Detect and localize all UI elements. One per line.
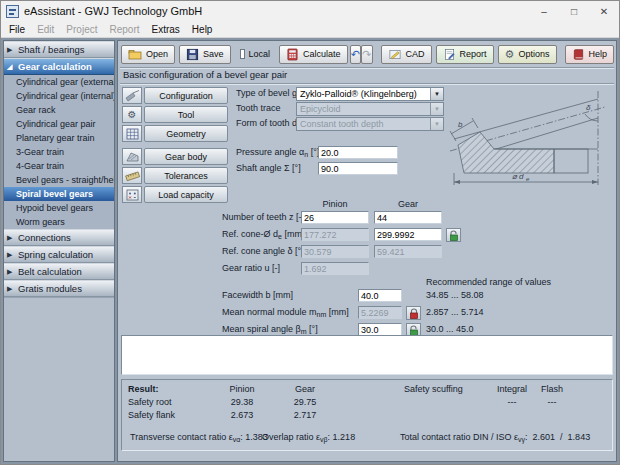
section-label: Shaft / bearings — [18, 44, 85, 55]
diagram-dim-de-sub: e — [526, 176, 530, 182]
cone-angle-gear-input — [374, 245, 442, 258]
cone-diameter-gear-input[interactable] — [374, 228, 442, 241]
sidebar-section-connections[interactable]: ▶ Connections — [4, 229, 114, 246]
lock-open-icon — [449, 230, 459, 241]
sidebar-item-hypoid-bevel-gears[interactable]: Hypoid bevel gears — [4, 201, 114, 215]
teeth-pinion-input[interactable] — [301, 211, 369, 224]
sidebar-item-4-gear-train[interactable]: 4-Gear train — [4, 159, 114, 173]
sidebar-section-shaft-bearings[interactable]: ▶ Shaft / bearings — [4, 41, 114, 58]
module-lock-button[interactable] — [406, 306, 421, 320]
app-icon — [6, 5, 19, 18]
tolerances-button[interactable]: Tolerances — [144, 167, 228, 184]
safety-root-label: Safety root — [128, 397, 172, 407]
local-checkbox[interactable] — [240, 49, 245, 59]
menu-file[interactable]: File — [3, 23, 31, 36]
options-button[interactable]: ⚙ Options — [498, 45, 557, 64]
configuration-button[interactable]: Configuration — [144, 87, 228, 104]
calculate-button[interactable]: Calculate — [279, 45, 348, 64]
sidebar-section-belt-calculation[interactable]: ▶ Belt calculation — [4, 263, 114, 280]
section-label: Spring calculation — [18, 249, 93, 260]
lock-closed-icon — [409, 308, 419, 319]
section-label: Gear calculation — [18, 61, 92, 72]
chevron-right-icon: ▶ — [7, 251, 15, 259]
open-button[interactable]: Open — [121, 45, 175, 64]
cad-icon — [388, 48, 402, 61]
lock-open-icon — [409, 325, 419, 336]
pinion-column-header: Pinion — [301, 199, 369, 209]
safety-root-gear: 29.75 — [280, 397, 330, 407]
close-icon: ✕ — [600, 6, 608, 17]
mean-normal-module-label: Mean normal module mnm [mm] — [222, 307, 349, 318]
tool-button[interactable]: Tool — [144, 106, 228, 123]
menu-extras[interactable]: Extras — [146, 23, 186, 36]
sidebar-item-3-gear-train[interactable]: 3-Gear train — [4, 145, 114, 159]
menubar: File Edit Project Report Extras Help — [1, 21, 619, 38]
diagram-dim-de: ⌀ d — [512, 172, 524, 181]
safety-root-pinion: 29.38 — [217, 397, 267, 407]
total-contact-ratio: Total contact ratio DIN / ISO εvγ: 2.601… — [400, 432, 590, 443]
spiral-angle-range: 30.0 ... 45.0 — [426, 324, 474, 334]
redo-icon: ↷ — [362, 48, 371, 61]
result-col-integral: Integral — [492, 384, 532, 394]
sidebar-section-spring-calculation[interactable]: ▶ Spring calculation — [4, 246, 114, 263]
geometry-button[interactable]: Geometry — [144, 125, 228, 142]
shaft-angle-label: Shaft angle Σ [°] — [236, 163, 301, 173]
undo-button[interactable]: ↶ — [350, 45, 361, 64]
bevel-gear-diagram: b δ ⌀ d e — [444, 85, 612, 191]
sidebar-item-cylindrical-gear-internal[interactable]: Cylindrical gear (internal) — [4, 89, 114, 103]
result-panel: Result: Pinion Gear Safety scuffing Inte… — [121, 379, 613, 451]
facewidth-input[interactable] — [358, 289, 402, 302]
shaft-angle-input[interactable] — [318, 162, 398, 175]
help-button[interactable]: Help — [565, 45, 615, 64]
sidebar-item-bevel-gears-straight-helical[interactable]: Bevel gears - straight/helical — [4, 173, 114, 187]
result-col-scuffing: Safety scuffing — [404, 384, 463, 394]
report-button[interactable]: Report — [436, 45, 494, 64]
window-title: eAssistant - GWJ Technology GmbH — [24, 5, 529, 17]
tooth-trace-select: Epicycloid ▼ — [296, 102, 444, 116]
configuration-icon — [122, 87, 142, 104]
number-of-teeth-label: Number of teeth z [-] — [222, 212, 304, 222]
help-book-icon — [572, 48, 585, 61]
cone-diameter-lock-button[interactable] — [446, 228, 461, 242]
mean-spiral-angle-label: Mean spiral angle βm [°] — [222, 324, 318, 335]
sidebar-item-gear-rack[interactable]: Gear rack — [4, 103, 114, 117]
maximize-button[interactable]: □ — [559, 1, 589, 21]
safety-root-integral: --- — [492, 397, 532, 407]
minimize-button[interactable]: – — [529, 1, 559, 21]
facewidth-label: Facewidth b [mm] — [222, 290, 293, 300]
cone-diameter-pinion-input — [301, 228, 369, 241]
result-col-flash: Flash — [534, 384, 570, 394]
sidebar-item-cylindrical-gear-external[interactable]: Cylindrical gear (external) — [4, 75, 114, 89]
main-panel: Open Save Local Calculate ↶ ↷ — [117, 40, 617, 462]
cad-button[interactable]: CAD — [381, 45, 432, 64]
menu-help[interactable]: Help — [186, 23, 219, 36]
menu-edit: Edit — [31, 23, 60, 36]
sidebar-empty-area — [4, 297, 114, 461]
cone-angle-pinion-input — [301, 245, 369, 258]
toolbar: Open Save Local Calculate ↶ ↷ — [121, 43, 614, 65]
sidebar-section-gear-calculation[interactable]: ◢ Gear calculation — [4, 58, 114, 75]
close-button[interactable]: ✕ — [589, 1, 619, 21]
load-capacity-button[interactable]: Load capacity — [144, 186, 228, 203]
tool-icon: ⚙ — [122, 106, 142, 123]
save-button[interactable]: Save — [179, 45, 231, 64]
maximize-icon: □ — [571, 6, 577, 17]
gear-ratio-input — [301, 262, 369, 275]
gear-body-button[interactable]: Gear body — [144, 148, 228, 165]
safety-flank-gear: 2.717 — [280, 410, 330, 420]
calculator-icon — [286, 48, 299, 61]
sidebar-item-planetary-gear-train[interactable]: Planetary gear train — [4, 131, 114, 145]
type-of-bevel-gear-select[interactable]: Zyklo-Palloid® (Klingelnberg) ▼ — [296, 87, 444, 101]
sidebar-item-cylindrical-gear-pair[interactable]: Cylindrical gear pair — [4, 117, 114, 131]
safety-flank-pinion: 2.673 — [217, 410, 267, 420]
app-body: ▶ Shaft / bearings ◢ Gear calculation Cy… — [1, 38, 619, 464]
chevron-down-icon: ▼ — [430, 118, 443, 130]
sidebar-item-spiral-bevel-gears[interactable]: Spiral bevel gears — [4, 187, 114, 201]
transverse-contact-ratio: Transverse contact ratio εvα: 1.383 — [130, 432, 268, 443]
sidebar-item-worm-gears[interactable]: Worm gears — [4, 215, 114, 229]
sidebar-section-gratis-modules[interactable]: ▶ Gratis modules — [4, 280, 114, 297]
teeth-gear-input[interactable] — [374, 211, 442, 224]
chevron-down-icon[interactable]: ▼ — [430, 88, 443, 100]
ref-cone-angle-label: Ref. cone angle δ [°] — [222, 246, 304, 256]
pressure-angle-input[interactable] — [318, 146, 398, 159]
